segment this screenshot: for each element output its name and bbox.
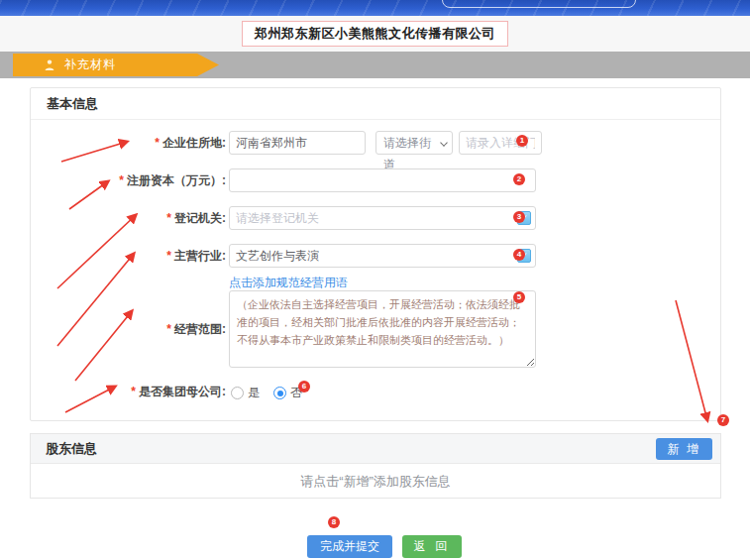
- street-select-value: 请选择街道: [383, 136, 431, 171]
- tab-label: 补充材料: [64, 56, 116, 73]
- authority-label: *登记机关:: [55, 206, 226, 230]
- add-shareholder-button[interactable]: 新 增: [656, 438, 712, 460]
- submit-button[interactable]: 完成并提交: [307, 535, 392, 558]
- company-title-strip: 郑州郑东新区小美熊熊文化传播有限公司: [0, 16, 750, 52]
- shareholder-empty-text: 请点击“新增”添加股东信息: [31, 464, 720, 499]
- chevron-down-icon: [440, 139, 448, 147]
- street-select[interactable]: 请选择街道: [375, 131, 453, 155]
- group-parent-label: *是否集团母公司:: [55, 380, 226, 403]
- basic-info-title: 基本信息: [31, 88, 720, 120]
- tab-supplementary-materials[interactable]: 补充材料: [13, 54, 221, 76]
- required-mark: *: [155, 136, 160, 150]
- required-mark: *: [131, 385, 136, 398]
- annotation-badge-1: 1: [516, 135, 528, 147]
- shareholder-title: 股东信息: [46, 434, 97, 464]
- back-button[interactable]: 返 回: [402, 535, 462, 558]
- annotation-badge-3: 3: [513, 211, 525, 223]
- required-mark: *: [166, 211, 171, 225]
- person-icon: [45, 59, 54, 71]
- annotation-badge-6: 6: [298, 381, 310, 392]
- company-name-box: 郑州郑东新区小美熊熊文化传播有限公司: [242, 21, 508, 47]
- authority-picker: ✓: [229, 206, 536, 230]
- industry-label: *主营行业:: [55, 244, 226, 268]
- annotation-badge-8: 8: [328, 516, 340, 528]
- capital-label: *注册资本（万元）:: [55, 168, 226, 192]
- shareholder-header: 股东信息 新 增: [31, 434, 720, 464]
- radio-yes-label: 是: [248, 385, 260, 401]
- address-detail-input[interactable]: [459, 131, 542, 155]
- authority-input[interactable]: [229, 206, 536, 230]
- annotation-badge-7: 7: [717, 414, 729, 426]
- required-mark: *: [166, 249, 171, 263]
- scope-label: *经营范围:: [55, 317, 226, 341]
- radio-yes[interactable]: [231, 387, 244, 399]
- annotation-badge-2: 2: [513, 173, 525, 185]
- shareholder-panel: 股东信息 新 增 请点击“新增”添加股东信息: [30, 433, 721, 499]
- required-mark: *: [119, 173, 124, 187]
- industry-picker: ✓: [229, 244, 536, 268]
- industry-input[interactable]: [229, 244, 536, 268]
- address-label: *企业住所地:: [55, 131, 226, 155]
- banner-search-outline: [442, 0, 636, 8]
- radio-no[interactable]: [273, 387, 286, 399]
- banner-pattern: [0, 0, 750, 16]
- scope-textarea[interactable]: （企业依法自主选择经营项目，开展经营活动；依法须经批准的项目，经相关部门批准后依…: [229, 290, 536, 368]
- add-standard-terms-link[interactable]: 点击添加规范经营用语: [229, 275, 348, 291]
- breadcrumb: 补充材料: [0, 52, 750, 78]
- annotation-badge-4: 4: [513, 249, 525, 261]
- annotation-badge-5: 5: [513, 291, 525, 303]
- address-city-input[interactable]: [229, 131, 366, 155]
- basic-info-panel: 基本信息 *企业住所地: 请选择街道 *注册资本（万元）: *登记机关: ✓ *…: [30, 87, 721, 421]
- page: 郑州郑东新区小美熊熊文化传播有限公司 补充材料 基本信息 *企业住所地: 请选择…: [0, 0, 750, 560]
- required-mark: *: [166, 322, 171, 336]
- top-banner: [0, 0, 750, 16]
- capital-input[interactable]: [229, 168, 536, 192]
